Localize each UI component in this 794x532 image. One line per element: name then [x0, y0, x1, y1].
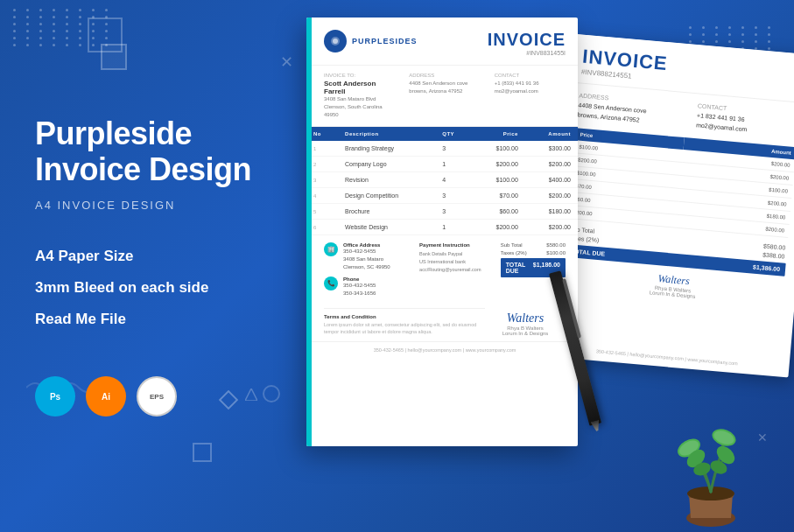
- feature-2: 3mm Bleed on each side: [35, 278, 263, 298]
- office-text: 350-432-54553408 San MataroClemson, SC 4…: [343, 248, 390, 271]
- contact-value: +1 (833) 441 91 36mo2@yoamal.com: [495, 80, 566, 95]
- invoice-accent-bar: [306, 18, 312, 446]
- invoice-back-body: Address 4408 Sen Anderson covebrowns, Ar…: [550, 82, 794, 316]
- main-container: Purpleside Invoice Design A4 Invoice Des…: [0, 0, 794, 532]
- invoice-title: INVOICE: [488, 30, 566, 50]
- left-panel: Purpleside Invoice Design A4 Invoice Des…: [0, 0, 298, 532]
- invoice-footer: 350-432-5465 | hello@yourcompany.com | w…: [306, 341, 578, 358]
- invoice-terms: Terms and Condition Lorem ipsum dolor si…: [324, 308, 485, 336]
- subtotal-row: Sub Total $580.00: [501, 242, 566, 248]
- address-value: 4408 Sen Anderson covebrowns, Arizona 47…: [409, 80, 480, 95]
- contact-col: Contact +1 (833) 441 91 36mo2@yoamal.com: [495, 73, 566, 119]
- bill-to-detail: 3408 San Mataro BlvdClemson, South Carol…: [324, 95, 395, 119]
- terms-text: Lorem ipsum dolor sit amet, consectetur …: [324, 321, 485, 336]
- logo-text: PURPLESIDES: [352, 37, 418, 46]
- tax-row: Taxes (2%) $100.00: [501, 250, 566, 256]
- table-row: 4 Design Competition 3 $70.00 $200.00: [306, 188, 578, 204]
- bill-to-name: Scott Anderson Farrell: [324, 80, 395, 95]
- office-address-row: 🏢 Office Address 350-432-54553408 San Ma…: [324, 242, 411, 271]
- features-list: A4 Paper Size 3mm Bleed on each side Rea…: [35, 247, 263, 341]
- illustrator-badge: Ai: [86, 376, 126, 416]
- invoice-info: Invoice to: Scott Anderson Farrell 3408 …: [306, 66, 578, 127]
- payment-detail: Bank Details PaypalUS International bank…: [419, 250, 492, 273]
- table-row: 6 Website Design 1 $200.00 $200.00: [306, 220, 578, 235]
- right-panel: INVOICE #INV888214551 Address 4408 Sen A…: [298, 0, 794, 532]
- col-qty: QTY: [435, 127, 473, 141]
- subtitle: A4 Invoice Design: [35, 199, 263, 212]
- table-row: 5 Brochure 3 $60.00 $180.00: [306, 204, 578, 220]
- table-row: 2 Company Logo 1 $200.00 $200.00: [306, 157, 578, 172]
- bottom-row-2: Terms and Condition Lorem ipsum dolor si…: [324, 303, 566, 336]
- col-price: Price: [473, 127, 525, 141]
- phone-text: 350-432-5455350-343-1656: [343, 282, 376, 298]
- col-desc: Description: [338, 127, 435, 141]
- invoice-back: INVOICE #INV888214551 Address 4408 Sen A…: [544, 34, 794, 378]
- invoice-title-block: INVOICE #INV8831455I: [488, 30, 566, 56]
- invoice-payment: Payment Instruction Bank Details PaypalU…: [419, 242, 492, 303]
- address-label: Address: [409, 73, 480, 78]
- address-col: Address 4408 Sen Anderson covebrowns, Ar…: [409, 73, 480, 119]
- feature-3: Read Me File: [35, 310, 263, 329]
- main-title: Purpleside Invoice Design: [35, 116, 263, 188]
- terms-label: Terms and Condition: [324, 314, 485, 319]
- invoice-contact: 🏢 Office Address 350-432-54553408 San Ma…: [324, 242, 411, 303]
- feature-1: A4 Paper Size: [35, 247, 263, 266]
- invoice-table-head: No Description QTY Price Amount: [306, 127, 578, 141]
- col-amount: Amount: [525, 127, 578, 141]
- svg-point-6: [333, 38, 338, 44]
- signature-section: Walters Rhya B WaltersLorum In & Designs: [485, 308, 566, 336]
- eps-badge: EPS: [137, 376, 177, 416]
- back-contact-col: Contact +1 832 441 91 36mo2@yoamal.com: [696, 102, 794, 138]
- bill-to-col: Invoice to: Scott Anderson Farrell 3408 …: [324, 73, 395, 119]
- invoice-logo: PURPLESIDES: [324, 30, 418, 52]
- invoice-front: PURPLESIDES INVOICE #INV8831455I Invoice…: [306, 18, 578, 446]
- invoice-number: #INV8831455I: [488, 50, 566, 56]
- photoshop-badge: Ps: [35, 376, 75, 416]
- phone-icon: 📞: [324, 276, 338, 290]
- invoice-header: PURPLESIDES INVOICE #INV8831455I: [306, 18, 578, 66]
- invoice-bottom: 🏢 Office Address 350-432-54553408 San Ma…: [306, 235, 578, 341]
- sig-name: Rhya B WaltersLorum In & Designs: [485, 326, 566, 336]
- bill-to-label: Invoice to:: [324, 73, 395, 78]
- plant-svg: [654, 415, 768, 528]
- plant-decoration: [654, 415, 768, 532]
- back-address-col: Address 4408 Sen Anderson covebrowns, Ar…: [577, 92, 680, 128]
- table-row: 3 Revision 4 $100.00 $400.00: [306, 172, 578, 188]
- invoice-bottom-grid: 🏢 Office Address 350-432-54553408 San Ma…: [324, 242, 566, 303]
- invoice-table: No Description QTY Price Amount 1 Brandi…: [306, 127, 578, 235]
- logo-icon: [324, 30, 347, 52]
- signature: Walters: [485, 312, 566, 326]
- office-icon: 🏢: [324, 242, 338, 256]
- table-row: 1 Branding Strategy 3 $100.00 $300.00: [306, 141, 578, 157]
- payment-label: Payment Instruction: [419, 242, 492, 248]
- software-badges: Ps Ai EPS: [35, 376, 263, 416]
- contact-label: Contact: [495, 73, 566, 78]
- invoice-table-body: 1 Branding Strategy 3 $100.00 $300.00 2 …: [306, 141, 578, 235]
- back-table: Price Amount $100.00$200.00 $200.00$200.…: [568, 128, 794, 238]
- phone-row: 📞 Phone 350-432-5455350-343-1656: [324, 276, 411, 298]
